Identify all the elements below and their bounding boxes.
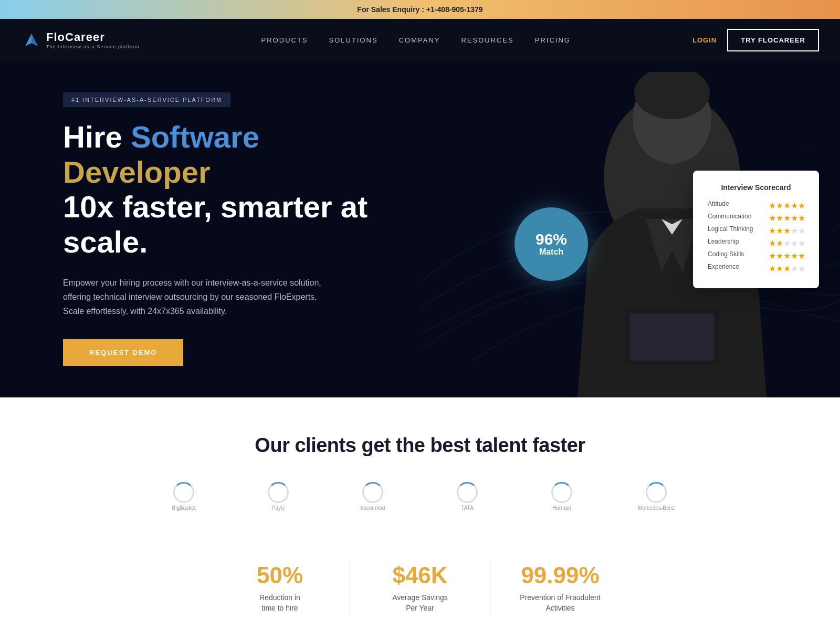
star-full-icon: ★	[791, 201, 797, 207]
client-logo-item: PayU	[247, 483, 310, 509]
client-logo-placeholder: BigBasket	[172, 482, 195, 511]
client-name-label: boconmod	[361, 505, 385, 511]
match-percentage: 96%	[536, 232, 567, 247]
client-logo-item: boconmod	[341, 483, 404, 509]
match-label: Match	[539, 247, 563, 257]
star-full-icon: ★	[776, 226, 782, 232]
client-logo-placeholder: TATA	[457, 482, 478, 511]
star-full-icon: ★	[783, 201, 790, 207]
scorecard-row-label: Attitude	[708, 200, 769, 207]
stat-reduction-number: 50%	[231, 562, 329, 589]
scorecard-row-stars: ★★★★★	[769, 213, 804, 219]
client-logo-placeholder: boconmod	[361, 482, 385, 511]
svg-marker-1	[32, 34, 38, 46]
nav-pricing[interactable]: PRICING	[535, 36, 571, 44]
stat-reduction: 50% Reduction intime to hire	[210, 562, 350, 613]
scorecard-row-item: Leadership★★★★★	[708, 238, 804, 245]
client-logos-row: BigBasketPayUboconmodTATAHarmanMercedes-…	[0, 483, 840, 509]
nav-solutions[interactable]: SOLUTIONS	[329, 36, 378, 44]
hero-title-hire: Hire	[63, 120, 131, 154]
stat-fraud: 99.99% Prevention of FraudulentActivitie…	[490, 562, 630, 613]
star-empty-icon: ★	[798, 264, 804, 270]
hero-badge: #1 INTERVIEW-AS-A-SERVICE PLATFORM	[63, 92, 230, 107]
top-banner: For Sales Enquiry : +1-408-905-1379	[0, 0, 840, 19]
nav-products[interactable]: PRODUCTS	[261, 36, 308, 44]
navbar-actions: LOGIN TRY FLOCAREER	[692, 29, 819, 51]
client-name-label: Harman	[552, 505, 571, 511]
star-empty-icon: ★	[791, 226, 797, 232]
scorecard-row-label: Logical Thinking	[708, 225, 769, 233]
star-full-icon: ★	[783, 226, 790, 232]
scorecard-row-stars: ★★★★★	[769, 251, 804, 257]
scorecard-row-item: Experience★★★★★	[708, 263, 804, 270]
loading-spinner-icon	[173, 482, 194, 503]
loading-spinner-icon	[362, 482, 383, 503]
scorecard-row-label: Leadership	[708, 238, 769, 245]
scorecard-row-stars: ★★★★★	[769, 264, 804, 270]
loading-spinner-icon	[268, 482, 289, 503]
loading-spinner-icon	[646, 482, 667, 503]
client-name-label: Mercedes-Benz	[638, 505, 675, 511]
star-full-icon: ★	[783, 251, 790, 257]
scorecard-row-item: Logical Thinking★★★★★	[708, 225, 804, 233]
client-logo-item: Harman	[530, 483, 593, 509]
star-full-icon: ★	[769, 226, 775, 232]
client-name-label: PayU	[272, 505, 285, 511]
star-full-icon: ★	[769, 238, 775, 245]
clients-section: Our clients get the best talent faster B…	[0, 397, 840, 630]
star-full-icon: ★	[776, 238, 782, 245]
scorecard-title: Interview Scorecard	[708, 183, 804, 192]
hero-title-line2: 10x faster, smarter at	[63, 190, 368, 224]
scorecard-row-item: Attitude★★★★★	[708, 200, 804, 207]
logo-icon	[21, 29, 42, 50]
star-full-icon: ★	[769, 251, 775, 257]
hero-description: Empower your hiring process with our int…	[63, 276, 336, 319]
star-full-icon: ★	[791, 213, 797, 219]
scorecard-row-stars: ★★★★★	[769, 226, 804, 232]
navbar: FloCareer The Interview-as-a-Service pla…	[0, 19, 840, 61]
scorecard-row-item: Coding Skills★★★★★	[708, 250, 804, 258]
client-name-label: TATA	[461, 505, 473, 511]
star-full-icon: ★	[791, 251, 797, 257]
hero-content: #1 INTERVIEW-AS-A-SERVICE PLATFORM Hire …	[63, 92, 378, 366]
nav-company[interactable]: COMPANY	[399, 36, 440, 44]
scorecard-row-label: Communication	[708, 213, 769, 220]
star-empty-icon: ★	[791, 238, 797, 245]
stat-fraud-label: Prevention of FraudulentActivities	[520, 593, 600, 612]
client-logo-item: Mercedes-Benz	[625, 483, 688, 509]
logo[interactable]: FloCareer The Interview-as-a-Service pla…	[21, 29, 140, 50]
star-full-icon: ★	[783, 213, 790, 219]
login-link[interactable]: LOGIN	[692, 36, 717, 44]
loading-spinner-icon	[551, 482, 572, 503]
client-logo-placeholder: Harman	[551, 482, 572, 511]
client-logo-placeholder: PayU	[268, 482, 289, 511]
scorecard-row-item: Communication★★★★★	[708, 213, 804, 220]
stats-row: 50% Reduction intime to hire $46K Averag…	[210, 541, 630, 613]
logo-sub: The Interview-as-a-Service platform	[46, 44, 140, 49]
request-demo-button[interactable]: REQUEST DEMO	[63, 339, 183, 366]
scorecard-row-stars: ★★★★★	[769, 238, 804, 245]
star-empty-icon: ★	[783, 238, 790, 245]
match-circle: 96% Match	[514, 207, 588, 281]
star-empty-icon: ★	[798, 226, 804, 232]
client-logo-item: BigBasket	[152, 483, 215, 509]
client-name-label: BigBasket	[172, 505, 195, 511]
client-logo-placeholder: Mercedes-Benz	[638, 482, 675, 511]
hero-title-blue: Software	[131, 120, 259, 154]
star-full-icon: ★	[769, 213, 775, 219]
clients-title: Our clients get the best talent faster	[0, 434, 840, 457]
star-full-icon: ★	[769, 201, 775, 207]
hero-section: #1 INTERVIEW-AS-A-SERVICE PLATFORM Hire …	[0, 61, 840, 397]
star-full-icon: ★	[776, 251, 782, 257]
svg-rect-6	[630, 313, 714, 361]
hero-title-line3: scale.	[63, 225, 148, 259]
banner-text: For Sales Enquiry : +1-408-905-1379	[357, 5, 482, 14]
stat-savings-label: Average SavingsPer Year	[392, 593, 448, 612]
scorecard-row-label: Coding Skills	[708, 250, 769, 258]
nav-resources[interactable]: RESOURCES	[461, 36, 513, 44]
star-full-icon: ★	[776, 264, 782, 270]
star-full-icon: ★	[783, 264, 790, 270]
star-full-icon: ★	[798, 213, 804, 219]
try-flocareer-button[interactable]: TRY FLOCAREER	[727, 29, 819, 51]
star-full-icon: ★	[798, 201, 804, 207]
